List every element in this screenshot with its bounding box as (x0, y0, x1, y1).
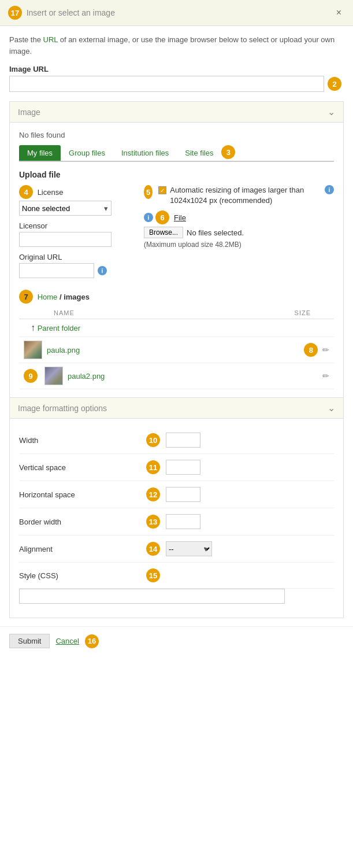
up-arrow-icon: ↑ (31, 323, 35, 333)
upload-right: 5 ✓ Automatic resizing of images larger … (144, 185, 334, 284)
formatting-style-row: Style (CSS) 15 (19, 563, 334, 589)
image-section-body: No files found My files Group files Inst… (10, 123, 343, 397)
url-link[interactable]: URL (43, 35, 58, 44)
image-section-title: Image (18, 108, 40, 117)
file-info-icon[interactable]: i (144, 213, 153, 222)
dialog-header: 17 Insert or select an image × (0, 0, 353, 26)
formatting-section-title: Image formatting options (18, 404, 107, 413)
licensor-group: Licensor (19, 221, 135, 247)
col-name: NAME (19, 307, 231, 319)
border-label: Border width (19, 518, 146, 526)
description-text: Paste the URL of an external image, or u… (9, 34, 344, 57)
hspace-control: 12 (146, 487, 200, 502)
table-row: 9 paula2.png ✏ (19, 363, 334, 389)
original-url-group: Original URL i (19, 253, 135, 278)
hspace-label: Horizontal space (19, 490, 146, 499)
auto-resize-text: Automatic resizing of images larger than… (170, 185, 321, 206)
image-url-input[interactable] (9, 76, 324, 92)
file-name-link-2[interactable]: paula2.png (68, 372, 105, 381)
auto-resize-checkbox[interactable]: ✓ (158, 186, 166, 194)
vspace-control: 11 (146, 460, 200, 475)
tab-my-files[interactable]: My files (19, 145, 61, 161)
width-badge: 10 (146, 433, 160, 447)
tab-site-files[interactable]: Site files (177, 145, 221, 161)
auto-resize-row: 5 ✓ Automatic resizing of images larger … (144, 185, 334, 206)
align-badge: 14 (146, 542, 160, 556)
hspace-input[interactable] (166, 487, 200, 502)
license-group: 4 License None selected ▾ (19, 185, 135, 216)
file-group: i 6 File Browse... No files selected. (M… (144, 210, 334, 249)
file-tabs: My files Group files Institution files S… (19, 145, 334, 162)
original-url-info-icon[interactable]: i (98, 266, 107, 275)
width-control: 10 (146, 433, 200, 448)
vspace-input[interactable] (166, 460, 200, 475)
breadcrumb: 7 Home / images (19, 290, 334, 304)
original-url-label: Original URL (19, 253, 135, 261)
table-row: paula.png 8 ✏ (19, 337, 334, 363)
image-section-header[interactable]: Image ⌄ (10, 102, 343, 123)
upload-layout: 4 License None selected ▾ Licensor (19, 185, 334, 284)
style-control: 15 (146, 568, 162, 582)
upload-left: 4 License None selected ▾ Licensor (19, 185, 135, 284)
image-url-row: 2 (9, 76, 344, 92)
edit-icon-2[interactable]: ✏ (322, 371, 329, 381)
file-name-link[interactable]: paula.png (47, 346, 80, 354)
image-section-panel: Image ⌄ No files found My files Group fi… (9, 101, 344, 398)
close-button[interactable]: × (333, 6, 345, 19)
header-badge: 17 (8, 6, 22, 20)
style-label: Style (CSS) (19, 571, 146, 580)
formatting-section-header[interactable]: Image formatting options ⌄ (10, 398, 343, 419)
border-control: 13 (146, 514, 200, 529)
breadcrumb-current: images (64, 293, 90, 301)
formatting-section-chevron: ⌄ (328, 402, 335, 413)
file-label: File (174, 213, 186, 222)
edit-icon[interactable]: ✏ (322, 345, 329, 354)
licensor-label: Licensor (19, 221, 135, 230)
vspace-label: Vertical space (19, 463, 146, 472)
original-url-input[interactable] (19, 263, 94, 278)
file-input-row: Browse... No files selected. (144, 227, 334, 238)
browse-button[interactable]: Browse... (144, 227, 183, 238)
align-label: Alignment (19, 545, 146, 553)
formatting-section-body: Width 10 Vertical space 11 Horizontal sp… (10, 419, 343, 618)
file-row-badge: 8 (304, 343, 318, 357)
style-input[interactable] (19, 589, 285, 604)
alignment-select[interactable]: -- (166, 541, 212, 556)
dialog-body: Paste the URL of an external image, or u… (0, 26, 353, 626)
style-input-row (19, 589, 334, 610)
formatting-align-row: Alignment 14 -- ▾ (19, 535, 334, 563)
license-select[interactable]: None selected (19, 201, 112, 216)
image-url-label: Image URL (9, 65, 344, 73)
border-badge: 13 (146, 515, 160, 529)
col-size: SIZE (231, 307, 334, 319)
width-input[interactable] (166, 433, 200, 448)
upload-note: (Maximum upload size 48.2MB) (144, 241, 334, 249)
upload-title: Upload file (19, 170, 334, 179)
width-label: Width (19, 436, 146, 445)
formatting-vspace-row: Vertical space 11 (19, 454, 334, 481)
license-select-wrapper: None selected ▾ (19, 201, 112, 216)
file-thumbnail-2 (44, 367, 63, 385)
cancel-button[interactable]: Cancel (55, 637, 79, 645)
border-input[interactable] (166, 514, 200, 529)
url-badge: 2 (328, 77, 341, 91)
auto-resize-info-icon[interactable]: i (325, 185, 334, 194)
file-thumbnail (24, 341, 42, 359)
vspace-badge: 11 (146, 460, 160, 474)
tab-group-files[interactable]: Group files (61, 145, 113, 161)
file-status: No files selected. (187, 228, 244, 237)
file-table: NAME SIZE ↑ Parent folder (19, 307, 334, 389)
formatting-border-row: Border width 13 (19, 508, 334, 535)
hspace-badge: 12 (146, 487, 160, 501)
align-control: 14 -- ▾ (146, 541, 208, 556)
submit-button[interactable]: Submit (9, 634, 50, 648)
parent-folder-link[interactable]: Parent folder (38, 324, 80, 333)
licensor-input[interactable] (19, 232, 112, 247)
tab-institution-files[interactable]: Institution files (113, 145, 177, 161)
license-label: 4 License (19, 185, 135, 199)
breadcrumb-home[interactable]: Home (38, 293, 58, 301)
style-badge: 15 (146, 568, 160, 582)
file-row-badge-2: 9 (24, 369, 38, 383)
tabs-badge: 3 (221, 145, 235, 159)
formatting-hspace-row: Horizontal space 12 (19, 481, 334, 508)
